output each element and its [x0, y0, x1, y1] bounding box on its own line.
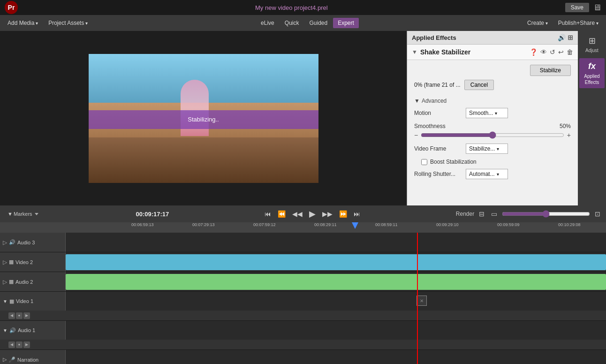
rolling-shutter-label: Rolling Shutter...: [414, 171, 466, 177]
add-media-button[interactable]: Add Media: [3, 18, 43, 28]
narration-content: [66, 350, 606, 364]
scrub-right[interactable]: ▶: [23, 341, 30, 348]
scrub-left[interactable]: ◀: [8, 312, 15, 319]
time-mark-4: 00:08:59:11: [375, 222, 398, 227]
collapse-arrow: ▼: [8, 211, 13, 217]
refresh-icon[interactable]: ↺: [550, 48, 555, 56]
track-row: ▷ 🎤 Narration: [0, 350, 606, 364]
narration-mic-icon: 🎤: [8, 356, 15, 363]
playhead-marker: [352, 222, 358, 229]
timescale: 00:06:59:13 00:07:29:13 00:07:59:12 00:0…: [0, 222, 606, 233]
skip-to-end-button[interactable]: ⏭: [352, 209, 362, 219]
create-button[interactable]: Create: [523, 18, 553, 28]
video1-expand-icon[interactable]: ▼: [3, 299, 8, 304]
play-icon[interactable]: ▷: [3, 279, 7, 285]
audio3-speaker-icon[interactable]: 🔊: [9, 239, 15, 245]
fx-icon: fx: [580, 61, 604, 72]
audio1-content: [66, 321, 606, 340]
time-mark-6: 00:09:59:09: [497, 222, 520, 227]
help-icon[interactable]: ❓: [530, 48, 538, 56]
time-mark-7: 00:10:29:08: [558, 222, 581, 227]
play-button[interactable]: ▶: [307, 208, 318, 220]
scrub-right[interactable]: ▶: [23, 312, 30, 319]
step-back-button[interactable]: ◀◀: [290, 209, 304, 219]
next-frame-button[interactable]: ⏩: [337, 209, 349, 219]
titlebar: Pr My new video project4.prel Save 🖥: [0, 0, 606, 15]
quick-button[interactable]: Quick: [280, 18, 304, 28]
stabilizing-text: Stabilizing..: [188, 116, 219, 123]
time-mark-2: 00:07:59:12: [253, 222, 276, 227]
boost-checkbox[interactable]: [421, 159, 427, 165]
guided-button[interactable]: Guided: [304, 18, 332, 28]
step-forward-button[interactable]: ▶▶: [320, 209, 334, 219]
slider-plus[interactable]: +: [567, 131, 571, 139]
track-row: ▼ 🔊 Audio 1 ◀ ● ▶: [0, 321, 606, 350]
stabilize-button[interactable]: Stabilize: [530, 65, 571, 76]
prev-frame-button[interactable]: ⏪: [276, 209, 288, 219]
motion-row: Motion Smooth...: [414, 108, 571, 118]
adjust-button[interactable]: ⊞ Adjust: [579, 33, 605, 56]
expand-icon[interactable]: ⊞: [568, 34, 573, 41]
play-icon[interactable]: ▷: [3, 239, 7, 246]
cancel-button[interactable]: Cancel: [464, 80, 494, 90]
scrub-left[interactable]: ◀: [8, 341, 15, 348]
scrub-center[interactable]: ●: [16, 341, 23, 348]
markers-dropdown[interactable]: ▼ Markers: [4, 210, 42, 218]
stabilizing-bar: Stabilizing..: [89, 110, 318, 129]
expert-button[interactable]: Expert: [333, 18, 359, 28]
elive-button[interactable]: eLive: [256, 18, 279, 28]
video2-grid-icon: ▦: [9, 259, 14, 265]
video-frame-dropdown[interactable]: Stabilize...: [466, 144, 508, 154]
render-in-out-button[interactable]: ⊟: [477, 209, 486, 219]
render-timeline-button[interactable]: ▭: [489, 209, 499, 219]
time-mark-5: 00:09:29:10: [436, 222, 459, 227]
markers-label: Markers: [14, 211, 32, 217]
preview-area: Stabilizing..: [0, 31, 407, 205]
collapse-arrow[interactable]: ▼: [412, 49, 417, 55]
video1-main-row: ▼ ▦ Video 1 ✕: [0, 292, 606, 311]
adjust-icon: ⊞: [580, 36, 604, 46]
preview-video: Stabilizing..: [89, 54, 318, 183]
smoothness-slider[interactable]: [421, 131, 564, 139]
video1-label: Video 1: [16, 298, 33, 304]
video2-label: Video 2: [15, 259, 33, 265]
audio1-expand-icon[interactable]: ▼: [3, 328, 8, 333]
audio3-header: ▷ 🔊 Audio 3: [0, 233, 66, 252]
timeline-tracks: ▷ 🔊 Audio 3 ▷ ▦ Video 2 ▷ ▦ Audio 2: [0, 233, 606, 364]
boost-label: Boost Stabilization: [430, 159, 477, 165]
rolling-shutter-dropdown[interactable]: Automat...: [466, 169, 508, 179]
timeline: ▼ Markers 00:09:17:17 ⏮ ⏪ ◀◀ ▶ ▶▶ ⏩ ⏭ Re…: [0, 205, 606, 364]
render-label: Render: [456, 211, 474, 217]
slider-row: − +: [414, 131, 571, 139]
project-title: My new video project4.prel: [18, 4, 565, 11]
slider-minus[interactable]: −: [414, 131, 418, 139]
delete-icon[interactable]: 🗑: [567, 48, 573, 56]
zoom-slider[interactable]: [502, 210, 590, 218]
time-mark-1: 00:07:29:13: [192, 222, 215, 227]
publish-share-button[interactable]: Publish+Share: [553, 18, 603, 28]
motion-dropdown[interactable]: Smooth...: [466, 108, 508, 118]
reset-icon[interactable]: ↩: [558, 48, 564, 56]
audio2-clip[interactable]: [66, 274, 606, 290]
play-icon[interactable]: ▷: [3, 356, 7, 363]
scrub-center[interactable]: ●: [16, 312, 23, 319]
video1-sub: ◀ ● ▶: [0, 311, 606, 320]
fullscreen-button[interactable]: ⊡: [593, 209, 602, 219]
app-logo: Pr: [5, 1, 18, 14]
video2-clip[interactable]: [66, 254, 606, 270]
project-assets-button[interactable]: Project Assets: [44, 18, 92, 28]
applied-effects-button[interactable]: fx AppliedEffects: [579, 58, 605, 88]
video2-header: ▷ ▦ Video 2: [0, 252, 66, 272]
eye-icon[interactable]: 👁: [540, 48, 547, 56]
panel-header: Applied Effects 🔊 ⊞: [407, 31, 578, 45]
timeline-controls: ▼ Markers 00:09:17:17 ⏮ ⏪ ◀◀ ▶ ▶▶ ⏩ ⏭ Re…: [0, 205, 606, 222]
audio3-label: Audio 3: [17, 240, 35, 245]
dropdown-arrow: [35, 213, 38, 215]
time-mark-0: 00:06:59:13: [131, 222, 154, 227]
audio1-speaker-icon[interactable]: 🔊: [9, 327, 16, 334]
advanced-header[interactable]: ▼ Advanced: [414, 98, 571, 104]
save-button[interactable]: Save: [565, 3, 589, 12]
monitor-icon: 🖥: [593, 3, 601, 13]
play-icon[interactable]: ▷: [3, 259, 7, 265]
skip-to-start-button[interactable]: ⏮: [263, 209, 273, 219]
